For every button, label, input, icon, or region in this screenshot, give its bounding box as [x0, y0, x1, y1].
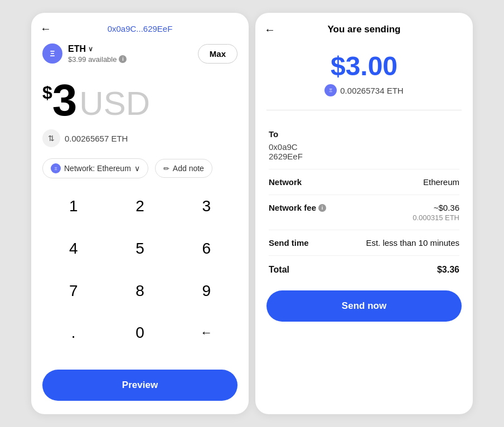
right-panel: ← You are sending $3.00 Ξ 0.00265734 ETH… [255, 13, 473, 414]
token-row: Ξ ETH ∨ $3.99 available i Max [31, 38, 249, 69]
sending-usd: $3.00 [266, 53, 462, 80]
token-available: $3.99 available i [68, 55, 127, 64]
network-fee-row: Network fee i ~$0.36 0.000315 ETH [269, 195, 459, 230]
sending-amount-section: $3.00 Ξ 0.00265734 ETH [255, 40, 473, 103]
to-row: To 0x0a9C 2629EeF [269, 122, 459, 169]
key-9[interactable]: 9 [173, 274, 240, 308]
dollar-sign: $ [42, 83, 52, 103]
key-7[interactable]: 7 [40, 274, 106, 308]
network-label: Network [269, 177, 302, 187]
send-time-row: Send time Est. less than 10 minutes [269, 230, 459, 256]
network-eth-icon: Ξ [51, 163, 61, 173]
left-panel: ← 0x0a9C...629EeF Ξ ETH ∨ $3.99 availabl… [31, 13, 249, 414]
token-info: Ξ ETH ∨ $3.99 available i [42, 43, 127, 64]
send-now-button[interactable]: Send now [266, 290, 462, 322]
fee-eth: 0.000315 ETH [413, 213, 459, 222]
right-back-button[interactable]: ← [264, 23, 275, 36]
swap-icon-button[interactable]: ⇅ [42, 129, 60, 147]
add-note-label: Add note [173, 164, 204, 173]
sending-eth-text: 0.00265734 ETH [340, 86, 403, 95]
key-4[interactable]: 4 [40, 232, 106, 265]
key-0[interactable]: 0 [106, 316, 173, 350]
network-row: Network Ethereum [269, 169, 459, 195]
fee-usd: ~$0.36 [413, 203, 459, 212]
fee-label: Network fee i [269, 203, 326, 212]
details-section: To 0x0a9C 2629EeF Network Ethereum Netwo… [255, 117, 473, 284]
send-time-label: Send time [269, 238, 309, 248]
divider [266, 110, 462, 110]
key-backspace[interactable]: ← [173, 316, 240, 350]
to-label: To [269, 129, 459, 139]
left-header: ← 0x0a9C...629EeF [31, 13, 249, 38]
amount-currency: USD [79, 87, 150, 120]
key-3[interactable]: 3 [173, 190, 240, 223]
swap-icon: ⇅ [48, 134, 55, 143]
key-2[interactable]: 2 [106, 190, 173, 223]
key-1[interactable]: 1 [40, 190, 106, 223]
total-label: Total [269, 265, 289, 275]
pencil-icon: ✏ [163, 164, 169, 173]
preview-button[interactable]: Preview [42, 370, 238, 401]
keypad: 1 2 3 4 5 6 7 8 9 . 0 ← [31, 185, 249, 363]
amount-display: $ 3 USD [31, 69, 249, 125]
token-name: ETH [68, 44, 86, 54]
to-address-line1: 0x0a9C [269, 142, 459, 152]
sending-eth-row: Ξ 0.00265734 ETH [266, 84, 462, 96]
left-back-button[interactable]: ← [40, 22, 51, 35]
token-dropdown-chevron: ∨ [88, 45, 93, 53]
key-dot[interactable]: . [40, 316, 106, 350]
fee-info-icon[interactable]: i [318, 204, 326, 212]
network-button[interactable]: Ξ Network: Ethereum ∨ [42, 158, 148, 178]
amount-number: 3 [52, 78, 77, 123]
send-time-value: Est. less than 10 minutes [366, 238, 459, 248]
network-value: Ethereum [423, 177, 459, 187]
right-header: ← You are sending [255, 13, 473, 40]
fee-value: ~$0.36 0.000315 ETH [413, 203, 459, 222]
address-link[interactable]: 0x0a9C...629EeF [108, 24, 173, 33]
max-button[interactable]: Max [198, 44, 238, 64]
available-info-icon[interactable]: i [119, 55, 127, 63]
network-chevron: ∨ [134, 164, 140, 173]
options-row: Ξ Network: Ethereum ∨ ✏ Add note [31, 152, 249, 185]
key-8[interactable]: 8 [106, 274, 173, 308]
add-note-button[interactable]: ✏ Add note [155, 159, 212, 178]
to-address-line2: 2629EeF [269, 152, 459, 161]
key-6[interactable]: 6 [173, 232, 240, 265]
network-label: Network: Ethereum [64, 164, 131, 173]
eth-equiv-text: 0.00265657 ETH [65, 134, 128, 143]
eth-equiv-row: ⇅ 0.00265657 ETH [31, 125, 249, 152]
sending-eth-icon: Ξ [324, 84, 337, 96]
total-value: $3.36 [437, 265, 459, 275]
eth-icon: Ξ [42, 43, 62, 64]
right-title: You are sending [328, 24, 401, 35]
total-row: Total $3.36 [269, 256, 459, 279]
token-name-row[interactable]: ETH ∨ [68, 44, 127, 54]
key-5[interactable]: 5 [106, 232, 173, 265]
